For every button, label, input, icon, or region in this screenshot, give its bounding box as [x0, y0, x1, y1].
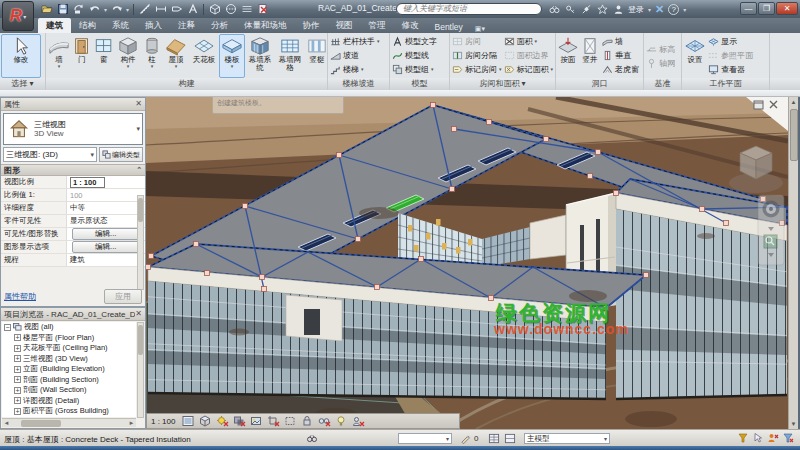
- active-workset-dropdown[interactable]: 主模型▾: [524, 433, 610, 444]
- roof-grip[interactable]: [205, 271, 210, 276]
- drawing-area[interactable]: 楼板 创建建筑楼板。 1 : 100: [146, 97, 788, 429]
- ribbon-button-幕墙网格[interactable]: 幕墙网格: [275, 34, 305, 78]
- sun-path-icon[interactable]: [215, 415, 229, 428]
- roof-grip[interactable]: [356, 237, 361, 242]
- ribbon-button-查看器[interactable]: 查看器: [707, 62, 763, 76]
- tab-视图[interactable]: 视图: [328, 18, 361, 33]
- rendering-dialog-icon[interactable]: [249, 415, 263, 428]
- tree-item-三维视图 (3D View)[interactable]: +三维视图 (3D View): [2, 354, 136, 365]
- ribbon-button-房间分隔[interactable]: 房间分隔: [451, 48, 503, 62]
- ribbon-button-构件[interactable]: 构件▾: [115, 34, 141, 78]
- roof-grip[interactable]: [260, 275, 265, 280]
- editing-requests-icon[interactable]: [460, 433, 471, 446]
- tag-icon[interactable]: [170, 3, 183, 16]
- key-icon[interactable]: [564, 3, 576, 15]
- redo-caret-icon[interactable]: ▾: [126, 6, 129, 13]
- help-icon[interactable]: ?: [668, 4, 679, 15]
- roof-grip[interactable]: [614, 191, 619, 196]
- autodesk-exchange-icon[interactable]: ✕: [655, 3, 664, 16]
- design-options-icon[interactable]: [504, 433, 516, 446]
- ribbon-button-幕墙系统[interactable]: 幕墙系统: [245, 34, 275, 78]
- show-crop-region-icon[interactable]: [283, 415, 297, 428]
- exclude-options-icon[interactable]: [767, 432, 779, 446]
- dimension-icon[interactable]: [154, 3, 167, 16]
- ribbon-button-屋顶[interactable]: 屋顶▾: [163, 34, 189, 78]
- worksharing-display-icon[interactable]: [351, 415, 365, 428]
- filter-icon[interactable]: [782, 432, 794, 446]
- ribbon-button-门[interactable]: 门: [71, 34, 93, 78]
- transfer-icon[interactable]: [72, 3, 85, 16]
- roof-grip[interactable]: [431, 103, 436, 108]
- section-graphics[interactable]: 图形⌃: [1, 164, 145, 176]
- ribbon-button-墙[interactable]: 墙: [601, 34, 641, 48]
- ribbon-button-竖梃[interactable]: 竖梃: [305, 34, 327, 78]
- temporary-hide-isolate-icon[interactable]: [317, 415, 331, 428]
- ribbon-button-参照平面[interactable]: 参照平面: [707, 48, 763, 62]
- tree-item-剖面 (Wall Section)[interactable]: +剖面 (Wall Section): [2, 385, 136, 396]
- ribbon-button-柱[interactable]: 柱▾: [141, 34, 163, 78]
- panel-label-circulation[interactable]: 楼梯坡道: [328, 78, 389, 90]
- application-menu-button[interactable]: R▾: [2, 1, 34, 31]
- crop-view-icon[interactable]: [266, 415, 280, 428]
- view-scale-button[interactable]: 1 : 100: [151, 417, 175, 426]
- ribbon-button-按面[interactable]: 按面: [557, 34, 579, 78]
- edit-type-button[interactable]: 编辑类型: [99, 147, 143, 162]
- roof-grip[interactable]: [588, 174, 593, 179]
- ribbon-button-竖井[interactable]: 竖井: [579, 34, 601, 78]
- ribbon-button-垂直[interactable]: 垂直: [601, 48, 641, 62]
- roof-grip[interactable]: [149, 254, 154, 259]
- type-selector[interactable]: 三维视图3D View ▾: [3, 113, 143, 145]
- default-3d-view-icon[interactable]: [208, 3, 221, 16]
- search-input[interactable]: [396, 3, 542, 15]
- undo-caret-icon[interactable]: ▾: [104, 6, 107, 13]
- panel-label-select[interactable]: 选择 ▾: [0, 78, 45, 90]
- roof-grip[interactable]: [337, 153, 342, 158]
- help-caret-icon[interactable]: ▾: [683, 6, 686, 13]
- browser-scrollbar[interactable]: [137, 322, 144, 418]
- tab-分析[interactable]: 分析: [203, 18, 236, 33]
- panel-label-opening[interactable]: 洞口: [556, 78, 643, 90]
- ribbon-button-显示[interactable]: 显示: [707, 34, 763, 48]
- canvas-vertical-scrollbar[interactable]: ▲ ▼: [788, 97, 798, 429]
- save-icon[interactable]: [56, 3, 69, 16]
- ribbon-button-房间[interactable]: 房间: [451, 34, 503, 48]
- roof-grip[interactable]: [489, 296, 494, 301]
- tree-item-面积平面 (Gross Building)[interactable]: +面积平面 (Gross Building): [2, 406, 136, 417]
- tree-root-views[interactable]: −视图 (all): [2, 322, 136, 333]
- roof-grip[interactable]: [700, 207, 705, 212]
- ribbon-button-模型线[interactable]: 模型线: [391, 48, 429, 62]
- ribbon-button-轴网[interactable]: 轴网: [645, 56, 675, 70]
- tree-item-详图视图 (Detail)[interactable]: +详图视图 (Detail): [2, 396, 136, 407]
- login-caret-icon[interactable]: ▾: [648, 6, 651, 13]
- editable-only-icon[interactable]: [737, 432, 749, 446]
- favorites-star-icon[interactable]: [596, 3, 608, 15]
- restore-button[interactable]: ❐: [758, 2, 775, 15]
- search-binoculars-icon[interactable]: [548, 3, 560, 15]
- ribbon-button-楼板[interactable]: 楼板▾: [219, 34, 245, 78]
- press-drag-icon[interactable]: [752, 432, 764, 446]
- ribbon-display-toggle-icon[interactable]: ▣▾: [475, 25, 485, 33]
- browser-hscrollbar[interactable]: ◄►: [2, 418, 136, 427]
- roof-grip[interactable]: [724, 221, 729, 226]
- open-icon[interactable]: [40, 3, 53, 16]
- property-value-零件可见性[interactable]: 显示原状态: [67, 215, 145, 227]
- communication-center-icon[interactable]: [580, 3, 592, 15]
- shadows-icon[interactable]: [232, 415, 246, 428]
- panel-label-datum[interactable]: 基准: [644, 78, 681, 90]
- tree-item-楼层平面 (Floor Plan)[interactable]: +楼层平面 (Floor Plan): [2, 333, 136, 344]
- tab-系统[interactable]: 系统: [104, 18, 137, 33]
- user-icon[interactable]: [612, 3, 624, 15]
- design-options-dropdown[interactable]: ▾: [398, 433, 452, 444]
- tab-体量和场地[interactable]: 体量和场地: [236, 18, 295, 33]
- tab-注释[interactable]: 注释: [170, 18, 203, 33]
- roof-grip[interactable]: [544, 137, 549, 142]
- apply-button[interactable]: 应用: [104, 289, 142, 304]
- property-value-规程[interactable]: 建筑: [67, 254, 145, 266]
- navigation-bar[interactable]: [758, 195, 784, 265]
- roof-grip[interactable]: [450, 187, 455, 192]
- thin-lines-icon[interactable]: [240, 3, 253, 16]
- properties-scrollbar[interactable]: [137, 195, 144, 290]
- ribbon-button-楼梯[interactable]: 楼梯▾: [329, 62, 364, 76]
- section-icon[interactable]: [224, 3, 237, 16]
- property-value-可见性/图形替换[interactable]: 编辑...: [67, 228, 145, 240]
